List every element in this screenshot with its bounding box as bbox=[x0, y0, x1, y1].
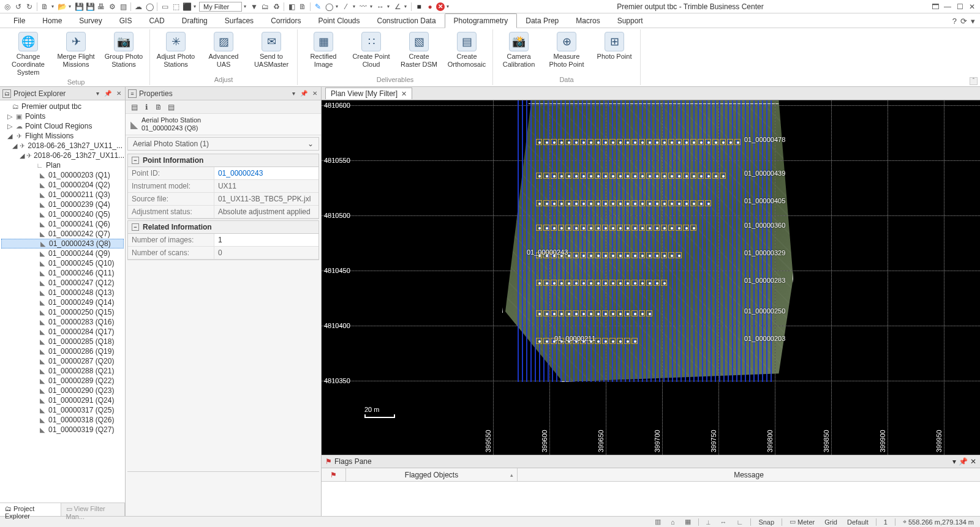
photo-station-marker[interactable] bbox=[668, 225, 674, 231]
photo-station-marker[interactable] bbox=[639, 139, 645, 145]
photo-station-marker[interactable] bbox=[676, 252, 682, 258]
stop-icon[interactable]: ✕ bbox=[436, 2, 445, 11]
photo-station-marker[interactable] bbox=[558, 200, 564, 206]
tree-station-8[interactable]: ◣01_00000244 (Q9) bbox=[1, 249, 124, 258]
photo-station-marker[interactable] bbox=[727, 139, 733, 145]
photo-station-marker[interactable] bbox=[676, 200, 682, 206]
collapse-icon[interactable]: − bbox=[132, 157, 139, 164]
status-grid[interactable]: Grid bbox=[822, 518, 840, 526]
tree-station-14[interactable]: ◣01_00000250 (Q15) bbox=[1, 307, 124, 317]
photo-station-marker[interactable] bbox=[624, 310, 630, 316]
photo-station-marker[interactable] bbox=[543, 225, 549, 231]
angle-icon[interactable]: ∠ bbox=[393, 2, 402, 12]
photo-station-marker[interactable] bbox=[617, 338, 623, 344]
filter-icon[interactable]: ▼ bbox=[249, 2, 259, 12]
photo-station-marker[interactable] bbox=[543, 139, 549, 145]
tab-corridors[interactable]: Corridors bbox=[262, 13, 309, 28]
help-icon[interactable]: ? bbox=[952, 17, 957, 26]
photo-station-marker[interactable] bbox=[698, 200, 704, 206]
photo-station-marker[interactable] bbox=[558, 225, 564, 231]
photo-station-marker[interactable] bbox=[654, 225, 660, 231]
photo-station-marker[interactable] bbox=[690, 200, 696, 206]
tree-station-23[interactable]: ◣01_00000291 (Q24) bbox=[1, 395, 124, 405]
tab-support[interactable]: Support bbox=[609, 13, 652, 28]
tab-point-clouds[interactable]: Point Clouds bbox=[309, 13, 368, 28]
window-icon[interactable]: ▭ bbox=[160, 2, 170, 12]
photo-station-marker[interactable] bbox=[565, 225, 571, 231]
layers-icon[interactable]: ▤ bbox=[118, 2, 128, 12]
view-layers-icon[interactable]: 🗂 bbox=[260, 2, 270, 12]
measure-icon[interactable]: ↔ bbox=[375, 2, 385, 12]
photo-station-marker[interactable] bbox=[624, 252, 630, 258]
photo-station-marker[interactable] bbox=[580, 225, 586, 231]
photo-station-marker[interactable] bbox=[580, 173, 586, 179]
photo-station-marker[interactable] bbox=[565, 200, 571, 206]
tree-plan[interactable]: ∟Plan bbox=[1, 160, 124, 170]
photo-station-marker[interactable] bbox=[690, 139, 696, 145]
prop-tool-2-icon[interactable]: ℹ bbox=[141, 102, 151, 112]
photo-station-marker[interactable] bbox=[602, 252, 608, 258]
tab-view-filter[interactable]: ▭ View Filter Man... bbox=[61, 503, 125, 516]
tree-station-16[interactable]: ◣01_00000284 (Q17) bbox=[1, 327, 124, 337]
tree-root[interactable]: 🗂Premier output tbc bbox=[1, 102, 124, 111]
photo-station-marker[interactable] bbox=[631, 173, 638, 179]
photo-station-marker[interactable] bbox=[587, 252, 594, 258]
box2-icon[interactable]: ◧ bbox=[287, 2, 296, 12]
photo-station-marker[interactable] bbox=[536, 139, 542, 145]
record2-icon[interactable]: ● bbox=[425, 2, 435, 12]
tree-station-25[interactable]: ◣01_00000318 (Q26) bbox=[1, 415, 124, 425]
photo-point-button[interactable]: ⊞Photo Point bbox=[592, 31, 636, 62]
photo-station-marker[interactable] bbox=[690, 225, 696, 231]
tab-home[interactable]: Home bbox=[34, 13, 70, 28]
photo-station-marker[interactable] bbox=[639, 252, 645, 258]
photo-station-marker[interactable] bbox=[580, 280, 586, 286]
sb-icon-3[interactable]: ▦ bbox=[685, 518, 691, 526]
photo-station-marker[interactable] bbox=[551, 310, 557, 316]
pin-icon[interactable]: 📌 bbox=[103, 90, 113, 97]
photo-station-marker[interactable] bbox=[565, 139, 571, 145]
photo-station-marker[interactable] bbox=[609, 280, 616, 286]
sb-icon-4[interactable]: ⟂ bbox=[706, 518, 710, 526]
photo-station-marker[interactable] bbox=[698, 139, 704, 145]
photo-station-marker[interactable] bbox=[595, 338, 601, 344]
tree-station-1[interactable]: ◣01_00000204 (Q2) bbox=[1, 180, 124, 190]
prop-tool-4-icon[interactable]: ▤ bbox=[166, 102, 176, 112]
photo-station-marker[interactable] bbox=[580, 310, 586, 316]
tab-macros[interactable]: Macros bbox=[567, 13, 608, 28]
refresh-icon[interactable]: ⟳ bbox=[960, 17, 967, 26]
cloud-icon[interactable]: ☁ bbox=[134, 2, 143, 12]
create-point-cloud-button[interactable]: ∷Create Point Cloud bbox=[349, 31, 393, 70]
photo-station-marker[interactable] bbox=[624, 225, 630, 231]
tab-gis[interactable]: GIS bbox=[111, 13, 141, 28]
prop-value[interactable]: 01_00000243 bbox=[214, 167, 318, 179]
photo-station-marker[interactable] bbox=[661, 173, 667, 179]
minimize-icon[interactable]: — bbox=[942, 2, 953, 11]
status-units[interactable]: Meter bbox=[797, 518, 815, 526]
photo-station-marker[interactable] bbox=[609, 310, 616, 316]
photo-station-marker[interactable] bbox=[639, 280, 645, 286]
globe-icon[interactable]: ◯ bbox=[145, 2, 154, 12]
photo-station-marker[interactable] bbox=[602, 200, 608, 206]
tree-station-9[interactable]: ◣01_00000245 (Q10) bbox=[1, 258, 124, 268]
tree-station-3[interactable]: ◣01_00000239 (Q4) bbox=[1, 200, 124, 209]
photo-station-marker[interactable] bbox=[646, 252, 652, 258]
photo-station-marker[interactable] bbox=[609, 200, 616, 206]
photo-station-marker[interactable] bbox=[587, 139, 594, 145]
edit-icon[interactable]: ✎ bbox=[313, 2, 323, 12]
expander-icon[interactable]: ▷ bbox=[6, 113, 13, 121]
tree-mission-2[interactable]: ◢✈2018-06-26_13h27_UX11... bbox=[1, 151, 124, 160]
prop-tool-1-icon[interactable]: ▤ bbox=[129, 102, 139, 112]
photo-station-marker[interactable] bbox=[543, 310, 549, 316]
expander-icon[interactable]: ▷ bbox=[6, 122, 13, 130]
tree-station-13[interactable]: ◣01_00000249 (Q14) bbox=[1, 297, 124, 307]
photo-station-marker[interactable] bbox=[617, 280, 623, 286]
photo-station-marker[interactable] bbox=[587, 280, 594, 286]
curve-icon[interactable]: 〰 bbox=[358, 2, 368, 12]
ribbon-collapse-icon[interactable]: ▾ bbox=[971, 17, 975, 26]
photo-station-marker[interactable] bbox=[543, 200, 549, 206]
tree-station-18[interactable]: ◣01_00000286 (Q19) bbox=[1, 346, 124, 356]
tab-project-explorer[interactable]: 🗂 Project Explorer bbox=[0, 503, 61, 516]
photo-station-marker[interactable] bbox=[646, 139, 652, 145]
close-icon[interactable]: ✕ bbox=[115, 90, 123, 97]
photo-station-marker[interactable] bbox=[536, 280, 542, 286]
